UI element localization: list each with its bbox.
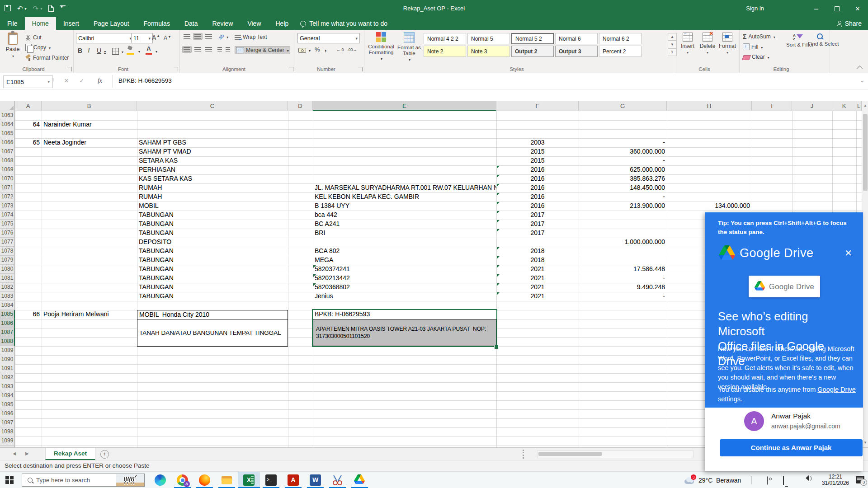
- vertical-scroll-thumb[interactable]: [863, 114, 868, 191]
- row-header-1078[interactable]: 1078: [0, 247, 15, 256]
- cell-F1067[interactable]: 2015: [496, 147, 579, 156]
- font-family-select[interactable]: Calibri: [76, 33, 134, 43]
- style-normal-6-2[interactable]: Normal 6 2: [599, 33, 642, 44]
- close-icon[interactable]: ✕: [844, 248, 852, 258]
- taskbar-app-excel[interactable]: X: [238, 472, 260, 488]
- cell-F1078[interactable]: 2018: [496, 247, 579, 256]
- column-header-E[interactable]: E: [313, 101, 496, 111]
- ribbon-tab-page-layout[interactable]: Page Layout: [86, 17, 137, 30]
- meet-now-icon[interactable]: [767, 477, 768, 485]
- scroll-up-button[interactable]: ▲: [862, 101, 868, 110]
- cell-C1066[interactable]: SAHAM PT GBS: [137, 138, 288, 147]
- cell-E1083[interactable]: Jenius: [313, 292, 496, 301]
- row-header-1098[interactable]: 1098: [0, 427, 15, 436]
- fill-button[interactable]: Fill: [743, 43, 763, 50]
- style-normal-6[interactable]: Normal 6: [555, 33, 598, 44]
- fill-handle[interactable]: [494, 345, 499, 349]
- cell-F1075[interactable]: 2017: [496, 220, 579, 229]
- row-header-1072[interactable]: 1072: [0, 192, 15, 202]
- cell-G1083[interactable]: -: [579, 292, 667, 301]
- column-header-I[interactable]: I: [752, 101, 792, 111]
- column-header-H[interactable]: H: [667, 101, 752, 111]
- gallery-down-button[interactable]: ▼: [668, 41, 677, 48]
- horizontal-scrollbar[interactable]: [537, 450, 693, 458]
- taskbar-app-edge[interactable]: [149, 472, 171, 488]
- cell-B1085[interactable]: Pooja Heriram Melwani: [42, 310, 137, 319]
- row-header-1073[interactable]: 1073: [0, 202, 15, 211]
- cell-C1085[interactable]: MOBIL Honda City 2010: [137, 310, 288, 319]
- wrap-text-button[interactable]: Wrap Text: [235, 34, 267, 40]
- row-header-1079[interactable]: 1079: [0, 256, 15, 265]
- orientation-button[interactable]: ab: [218, 34, 228, 39]
- column-header-J[interactable]: J: [792, 101, 832, 111]
- cell-E1072[interactable]: KEL KEBON KELAPA KEC. GAMBIR: [313, 192, 496, 202]
- row-header-1081[interactable]: 1081: [0, 274, 15, 283]
- restore-button[interactable]: [826, 0, 847, 17]
- collapse-ribbon-icon[interactable]: [857, 66, 863, 71]
- cell-F1079[interactable]: 2018: [496, 256, 579, 265]
- font-size-select[interactable]: 11: [131, 33, 153, 43]
- align-right-button[interactable]: [204, 46, 213, 53]
- cell-F1081[interactable]: 2021: [496, 274, 579, 283]
- cell-F1076[interactable]: 2017: [496, 229, 579, 238]
- cell-E1079[interactable]: MEGA: [313, 256, 496, 265]
- row-header-1067[interactable]: 1067: [0, 147, 15, 156]
- taskbar-app-acrobat[interactable]: A: [282, 472, 304, 488]
- row-header-1076[interactable]: 1076: [0, 229, 15, 238]
- name-box[interactable]: E1085: [3, 75, 53, 88]
- insert-cells-button[interactable]: Insert▾: [678, 33, 698, 55]
- row-header-1075[interactable]: 1075: [0, 220, 15, 229]
- cell-A1085[interactable]: 66: [15, 310, 42, 319]
- sign-in-button[interactable]: Sign in: [741, 0, 769, 17]
- new-sheet-button[interactable]: +: [100, 450, 109, 459]
- number-dialog-launcher[interactable]: [358, 67, 363, 71]
- cell-G1071[interactable]: 148.450.000: [579, 183, 667, 192]
- row-header-1069[interactable]: 1069: [0, 165, 15, 174]
- cell-C1067[interactable]: SAHAM PT VMAD: [137, 147, 288, 156]
- prev-sheet-button[interactable]: ◀: [13, 451, 16, 456]
- cell-C1072[interactable]: RUMAH: [137, 192, 288, 202]
- taskbar-app-word[interactable]: W: [304, 472, 326, 488]
- next-sheet-button[interactable]: ▶: [25, 451, 29, 456]
- taskbar-app-explorer[interactable]: [216, 472, 238, 488]
- align-left-button[interactable]: [182, 46, 192, 53]
- cell-F1070[interactable]: 2016: [496, 174, 579, 183]
- cell-E1073[interactable]: B 1384 UYY: [313, 202, 496, 211]
- bottom-align-button[interactable]: [204, 33, 213, 40]
- cell-C1070[interactable]: KAS SETARA KAS: [137, 174, 288, 183]
- taskbar-clock[interactable]: 12:21 31/01/2026: [822, 474, 849, 486]
- close-button[interactable]: ✕: [847, 0, 868, 17]
- cell-C1077[interactable]: DEPOSITO: [137, 238, 288, 247]
- cell-E1082[interactable]: 5820368802: [313, 283, 496, 292]
- cell-G1069[interactable]: 625.000.000: [579, 165, 667, 174]
- tab-scroll-divider[interactable]: [523, 450, 524, 459]
- row-header-1077[interactable]: 1077: [0, 238, 15, 247]
- style-normal-4-2-2[interactable]: Normal 4 2 2: [424, 33, 466, 44]
- taskbar-app-chrome[interactable]: A: [171, 472, 193, 488]
- format-cells-button[interactable]: Format▾: [717, 33, 737, 55]
- row-header-1085[interactable]: 1085: [0, 310, 15, 319]
- cell-C1076[interactable]: TABUNGAN: [137, 229, 288, 238]
- enter-button[interactable]: ✓: [77, 77, 87, 84]
- style-percent-2[interactable]: Percent 2: [599, 46, 642, 57]
- style-note-2[interactable]: Note 2: [424, 46, 466, 57]
- ribbon-tab-file[interactable]: File: [0, 17, 25, 30]
- cell-E1076[interactable]: BRI: [313, 229, 496, 238]
- cell-C1086-merged[interactable]: TANAH DAN/ATAU BANGUNAN TEMPAT TINGGAL: [137, 319, 288, 347]
- taskbar-app-drive[interactable]: [349, 472, 371, 488]
- cell-E1071[interactable]: JL. MARSEKAL SURYADHARMA RT.001 RW.07 KE…: [313, 183, 496, 192]
- increase-indent-button[interactable]: [226, 47, 230, 52]
- cell-F1073[interactable]: 2016: [496, 202, 579, 211]
- cell-A1066[interactable]: 65: [15, 138, 42, 147]
- format-painter-button[interactable]: Format Painter: [25, 55, 69, 61]
- accounting-format-button[interactable]: [298, 47, 311, 53]
- sort-filter-button[interactable]: AZ Sort & Filter: [786, 33, 810, 48]
- taskbar-app-snipping[interactable]: [326, 472, 349, 488]
- row-header-1088[interactable]: 1088: [0, 337, 15, 346]
- cell-F1071[interactable]: 2016: [496, 183, 579, 192]
- format-as-table-button[interactable]: Format as Table: [396, 32, 423, 63]
- cell-C1068[interactable]: SETARA KAS: [137, 156, 288, 165]
- cell-F1066[interactable]: 2003: [496, 138, 579, 147]
- cell-B1064[interactable]: Narainder Kumar: [42, 120, 137, 129]
- gallery-up-button[interactable]: ▲: [668, 33, 677, 41]
